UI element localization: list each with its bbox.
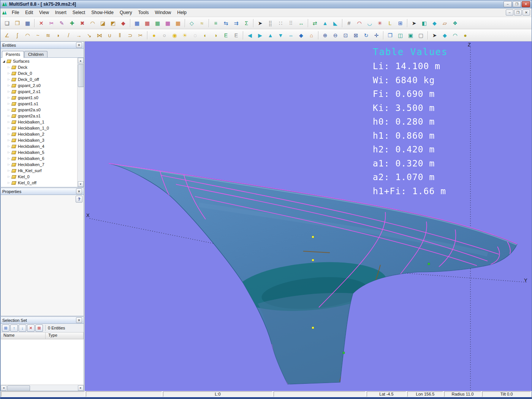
window-tile-icon[interactable]: ◫ <box>396 30 405 40</box>
tree-root-surfaces[interactable]: ◢ Surfaces <box>1 58 77 64</box>
close-button[interactable]: ✕ <box>522 1 530 7</box>
mdi-close-button[interactable]: ✕ <box>522 10 530 16</box>
insert-point-icon[interactable]: ✚ <box>67 18 77 28</box>
tree-item[interactable]: ▷Heckbalken_7 <box>1 162 77 168</box>
tree-item[interactable]: ▷Deck <box>1 64 77 70</box>
move-down-icon[interactable]: ↓ <box>19 325 26 332</box>
prism-icon[interactable]: ◣ <box>331 18 340 28</box>
expand-icon[interactable]: ▷ <box>7 114 11 117</box>
expand-icon[interactable]: ▷ <box>7 181 11 184</box>
expand-icon[interactable]: ▷ <box>7 169 11 172</box>
curvature-table-icon[interactable]: ▦ <box>163 18 173 28</box>
expand-icon[interactable]: ▷ <box>7 127 11 130</box>
eval-back-icon[interactable]: ⇆ <box>221 18 231 28</box>
menu-tools[interactable]: Tools <box>135 9 152 16</box>
tab-children[interactable]: Children <box>24 51 48 57</box>
sum-icon[interactable]: Σ <box>242 18 251 28</box>
collapse-icon[interactable]: ◢ <box>2 60 6 63</box>
tree-item[interactable]: ▷gspant2a.s1 <box>1 113 77 119</box>
expand-icon[interactable]: ▷ <box>7 133 11 136</box>
remove-point-icon[interactable]: ✖ <box>78 18 87 28</box>
entities-scrollbar[interactable]: ▲ ▼ <box>77 58 84 187</box>
column-header-type[interactable]: Type <box>46 332 84 339</box>
view-left-icon[interactable]: ◀ <box>245 30 255 40</box>
subcurve-icon[interactable]: ✂ <box>136 30 145 40</box>
viewport-3d[interactable]: X Y Z Table Values Li: 14.100 mWi: 6840 … <box>85 41 532 391</box>
entity-list-icon[interactable]: ⊞ <box>2 325 10 332</box>
offsets-table-icon[interactable]: ▦ <box>132 18 142 28</box>
eval-forward-icon[interactable]: ⇉ <box>231 18 241 28</box>
show-eval-icon[interactable]: E <box>221 30 231 40</box>
window-new-icon[interactable]: ▣ <box>406 30 415 40</box>
scroll-track[interactable] <box>6 385 78 391</box>
restore-button[interactable]: ❐ <box>513 1 521 7</box>
intersection-icon[interactable]: ⋈ <box>95 30 104 40</box>
expand-icon[interactable]: ▷ <box>7 66 11 69</box>
close-icon[interactable]: ✕ <box>76 317 82 323</box>
select-mode-icon[interactable]: ➤ <box>430 30 439 40</box>
data-table-icon[interactable]: ▦ <box>153 18 162 28</box>
view-top-icon[interactable]: ▲ <box>266 30 275 40</box>
hide-all-icon[interactable]: ◌ <box>190 30 200 40</box>
tree-item[interactable]: ▷Heckbalken_5 <box>1 149 77 155</box>
tree-item[interactable]: ▷Heckbalken_4 <box>1 143 77 149</box>
stretch-icon[interactable]: ⇄ <box>310 18 320 28</box>
line-icon[interactable]: ∠ <box>2 30 12 40</box>
blend-icon[interactable]: ∪ <box>105 30 114 40</box>
scroll-thumb[interactable] <box>78 64 84 87</box>
projected-curve-icon[interactable]: ↘ <box>84 30 94 40</box>
polyline-icon[interactable]: ʃ <box>13 30 22 40</box>
cone-icon[interactable]: ▲ <box>320 18 330 28</box>
menu-query[interactable]: Query <box>117 9 135 16</box>
show-only-icon[interactable]: ◉ <box>170 30 179 40</box>
bcurve-icon[interactable]: ~ <box>33 30 43 40</box>
view-rotate-icon[interactable]: ⇔ <box>286 30 296 40</box>
edit-surface-icon[interactable]: ◪ <box>98 18 108 28</box>
expand-icon[interactable]: ▷ <box>7 157 11 160</box>
zoom-out-icon[interactable]: ⊖ <box>331 30 340 40</box>
mdi-minimize-button[interactable]: – <box>506 10 513 16</box>
tree-item[interactable]: ▷gspant_2.s1 <box>1 89 77 95</box>
expand-icon[interactable]: ▷ <box>7 78 11 81</box>
reorient-icon[interactable]: ◩ <box>108 18 118 28</box>
equations-icon[interactable]: ≡ <box>211 18 220 28</box>
menu-view[interactable]: View <box>36 9 52 16</box>
select-pointer-icon[interactable]: ➤ <box>255 18 265 28</box>
snap-points-icon[interactable]: ∷ <box>276 18 285 28</box>
expand-icon[interactable]: ▷ <box>7 145 11 148</box>
select-surface-mode-icon[interactable]: ◆ <box>440 30 450 40</box>
mirror-icon[interactable]: ‖ <box>115 30 125 40</box>
expand-icon[interactable]: ▷ <box>7 139 11 142</box>
scroll-up-icon[interactable]: ▲ <box>78 58 84 63</box>
tree-item[interactable]: ▷Deck_0_off <box>1 76 77 82</box>
expand-icon[interactable]: ▷ <box>7 72 11 75</box>
scroll-down-icon[interactable]: ▼ <box>78 181 84 187</box>
window-cascade-icon[interactable]: ❐ <box>385 30 395 40</box>
expand-icon[interactable]: ▷ <box>7 84 11 87</box>
save-icon[interactable]: ▦ <box>23 18 32 28</box>
menu-select[interactable]: Select <box>70 9 88 16</box>
clear-selection-icon[interactable]: ⊠ <box>35 325 43 332</box>
contours-icon[interactable]: ◠ <box>355 18 364 28</box>
view-bottom-icon[interactable]: ▼ <box>276 30 285 40</box>
tree-item[interactable]: ▷Kiel_0 <box>1 174 77 180</box>
expand-icon[interactable]: ▷ <box>7 151 11 154</box>
open-file-icon[interactable]: ❒ <box>13 18 22 28</box>
tree-item[interactable]: ▷gspant1.s1 <box>1 101 77 107</box>
measure-icon[interactable]: ↔ <box>296 18 306 28</box>
pick-solid-icon[interactable]: ◆ <box>430 18 439 28</box>
expand-icon[interactable]: ▷ <box>7 96 11 99</box>
snap-off-icon[interactable]: ⠿ <box>286 18 296 28</box>
hide-eval-icon[interactable]: E <box>231 30 241 40</box>
scroll-right-icon[interactable]: ► <box>78 385 84 391</box>
foil-icon[interactable]: ◗ <box>54 30 63 40</box>
mass-properties-icon[interactable]: ◇ <box>187 18 196 28</box>
zoom-window-icon[interactable]: ⊡ <box>341 30 350 40</box>
expand-icon[interactable]: ▷ <box>7 163 11 166</box>
move-up-icon[interactable]: ↑ <box>10 325 18 332</box>
column-header-name[interactable]: Name <box>1 332 46 339</box>
menu-show-hide[interactable]: Show-Hide <box>88 9 117 16</box>
weights-table-icon[interactable]: ▦ <box>142 18 152 28</box>
new-file-icon[interactable]: ❏ <box>2 18 12 28</box>
view-perspective-icon[interactable]: ◆ <box>296 30 306 40</box>
